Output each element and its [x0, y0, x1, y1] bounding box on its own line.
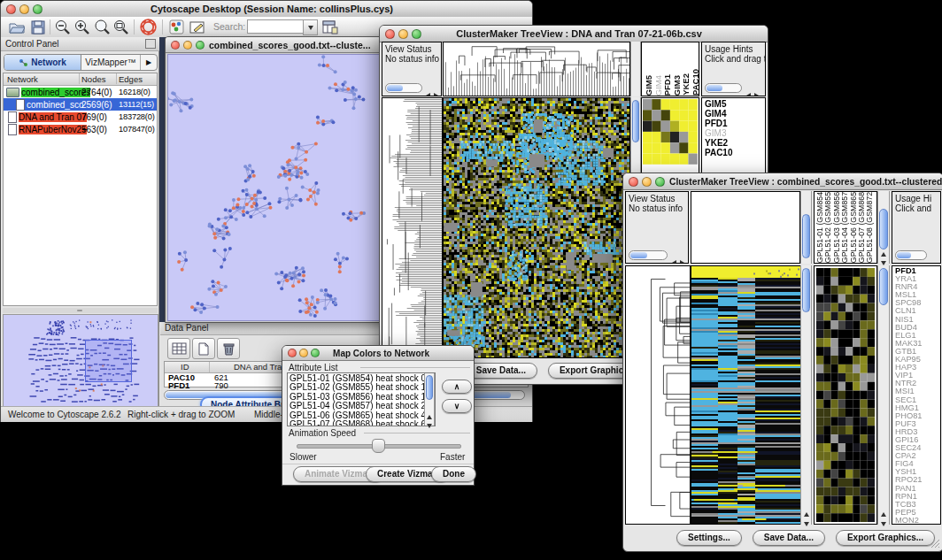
- data-col-id[interactable]: ID: [181, 362, 189, 372]
- zoom-button[interactable]: [33, 4, 42, 14]
- tv1-hints-scrollbar[interactable]: [705, 83, 742, 93]
- minimize-button[interactable]: [299, 349, 308, 357]
- tv2-button[interactable]: Settings...: [676, 530, 742, 546]
- tv1-row-dendrogram[interactable]: [382, 97, 443, 358]
- done-button[interactable]: Done: [431, 466, 476, 482]
- tab-vizmapper[interactable]: VizMapper™: [81, 55, 141, 70]
- zoom-in-icon[interactable]: [73, 19, 91, 35]
- speed-slider-thumb[interactable]: [372, 439, 385, 453]
- tv2-zoom-matrix[interactable]: [816, 268, 875, 522]
- tv1-heatmap[interactable]: [443, 97, 630, 358]
- tv1-status-scrollbar[interactable]: [385, 83, 422, 93]
- network-list-row[interactable]: RNAPuberNov2+563(0)107847(0): [4, 123, 157, 135]
- zoom-button[interactable]: [655, 177, 665, 187]
- minimize-button[interactable]: [642, 177, 652, 187]
- tv1-gene-label[interactable]: GIM4: [705, 109, 765, 119]
- scroll-left-icon[interactable]: [746, 86, 751, 96]
- scroll-left-icon[interactable]: [426, 86, 430, 96]
- tv1-gene-label[interactable]: YKE2: [705, 138, 765, 148]
- zoom-out-icon[interactable]: [54, 19, 72, 35]
- tv2-vscrollbar[interactable]: [800, 265, 812, 525]
- move-down-button[interactable]: ∨: [442, 399, 472, 413]
- tv1-gene-label[interactable]: GIM3: [705, 128, 765, 138]
- tv2-row-dendrogram[interactable]: [625, 265, 691, 525]
- minimize-button[interactable]: [398, 29, 408, 39]
- resize-grip-icon[interactable]: [930, 538, 940, 548]
- search-input[interactable]: [247, 19, 304, 34]
- panel-splitter[interactable]: [3, 308, 158, 313]
- zoom-button[interactable]: [196, 41, 205, 50]
- help-lifering-icon[interactable]: [139, 19, 157, 35]
- zoom-button[interactable]: [311, 349, 320, 357]
- save-icon[interactable]: [29, 19, 47, 35]
- network-list-row[interactable]: DNA and Tran 07769(0)183728(0): [4, 111, 157, 123]
- tab-network[interactable]: Network: [4, 55, 81, 70]
- tv1-gene-label[interactable]: PFD1: [705, 119, 765, 128]
- scroll-right-icon[interactable]: [680, 253, 684, 264]
- delete-attribute-icon[interactable]: [217, 338, 240, 359]
- attribute-list-scrollbar[interactable]: [424, 373, 435, 426]
- scroll-down-icon[interactable]: [427, 416, 432, 432]
- network-canvas-1[interactable]: [167, 54, 381, 321]
- tv2-gene-label[interactable]: MON2: [895, 517, 940, 525]
- zoom-selected-icon[interactable]: [112, 19, 130, 35]
- close-button[interactable]: [6, 4, 16, 14]
- annotation-icon[interactable]: [189, 19, 206, 35]
- tv2-column-label[interactable]: GPL51-02 (GSM855): [824, 191, 832, 263]
- tv1-column-label[interactable]: YKE2: [682, 73, 691, 96]
- tv2-labels-scrollbar[interactable]: [877, 191, 890, 264]
- close-button[interactable]: [385, 29, 395, 39]
- tv2-status-scrollbar[interactable]: [629, 250, 668, 260]
- close-button[interactable]: [171, 41, 180, 50]
- close-button[interactable]: [629, 177, 638, 187]
- treeview2-title-bar[interactable]: ClusterMaker TreeView : combined_scores_…: [623, 173, 942, 190]
- scroll-right-icon[interactable]: [434, 86, 438, 96]
- float-panel-icon[interactable]: [145, 39, 156, 49]
- minimize-button[interactable]: [183, 41, 192, 50]
- scroll-down-icon[interactable]: [881, 514, 886, 530]
- tv2-column-label[interactable]: GPL51-04 (GSM857): [841, 191, 849, 263]
- col-header-nodes[interactable]: Nodes: [81, 74, 105, 84]
- zoom-button[interactable]: [412, 29, 421, 39]
- tv1-column-dendrogram[interactable]: [443, 42, 630, 96]
- network-list-row[interactable]: combined_scores2764(0)16218(0): [4, 86, 157, 98]
- new-attribute-icon[interactable]: [192, 338, 215, 359]
- scroll-right-icon[interactable]: [754, 86, 759, 96]
- vizmapper-icon[interactable]: [167, 19, 185, 35]
- attribute-browser-icon[interactable]: [321, 19, 339, 35]
- scroll-left-icon[interactable]: [672, 253, 676, 264]
- main-title-bar[interactable]: Cytoscape Desktop (Session Name: collins…: [1, 1, 532, 18]
- col-header-network[interactable]: Network: [7, 74, 38, 84]
- network-list-row[interactable]: combined_sco2569(6)13112(15): [4, 98, 157, 111]
- birdseye-overview[interactable]: [3, 314, 158, 408]
- tv2-column-dendrogram[interactable]: [691, 191, 800, 264]
- tv2-top-scrollbar[interactable]: [800, 191, 812, 264]
- tv2-heatmap[interactable]: [691, 265, 802, 525]
- tv1-column-label[interactable]: PAC10: [691, 69, 700, 96]
- tab-overflow-button[interactable]: ▶: [141, 55, 157, 70]
- tv2-button[interactable]: Save Data...: [753, 530, 825, 546]
- search-dropdown-button[interactable]: [303, 19, 318, 35]
- open-file-icon[interactable]: [8, 19, 26, 35]
- tv2-hints-scrollbar[interactable]: [895, 250, 927, 260]
- scroll-down-icon[interactable]: [804, 514, 809, 530]
- dialog-title-bar[interactable]: Map Colors to Network: [282, 346, 474, 361]
- attribute-select-icon[interactable]: [167, 338, 190, 359]
- close-button[interactable]: [288, 349, 297, 357]
- attribute-list-item[interactable]: GPL51-07 (GSM868) heat shock 60 min: [290, 420, 433, 426]
- tv1-button[interactable]: Save Data...: [465, 363, 537, 379]
- treeview1-title-bar[interactable]: ClusterMaker TreeView : DNA and Tran 07-…: [380, 26, 768, 42]
- tv1-column-label[interactable]: PFD1: [663, 74, 673, 96]
- tv2-column-label[interactable]: GPL51-08 (GSM872): [866, 191, 874, 263]
- tv1-column-label[interactable]: GIM5: [645, 75, 654, 96]
- tv1-zoom-matrix[interactable]: [643, 99, 698, 165]
- tv1-top-scrollbar[interactable]: [630, 42, 641, 96]
- tv2-zoom-scrollbar[interactable]: [877, 265, 890, 525]
- zoom-fit-icon[interactable]: [93, 19, 111, 35]
- tv1-gene-label[interactable]: GIM5: [705, 99, 765, 109]
- col-header-edges[interactable]: Edges: [119, 74, 143, 84]
- tv2-button[interactable]: Export Graphics...: [836, 530, 935, 546]
- tv1-gene-label[interactable]: PAC10: [705, 148, 765, 157]
- move-up-button[interactable]: ∧: [442, 380, 472, 394]
- minimize-button[interactable]: [19, 4, 29, 14]
